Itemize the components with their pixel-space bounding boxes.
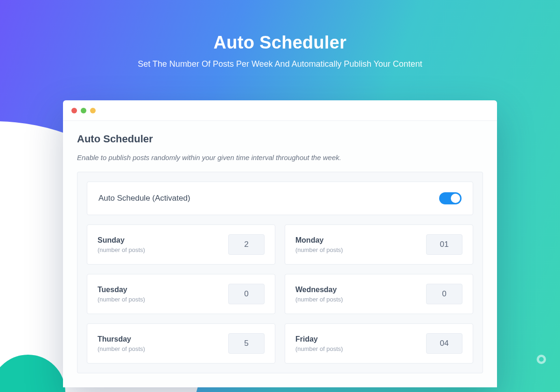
- day-value-input-monday[interactable]: [426, 234, 462, 255]
- day-sublabel: (number of posts): [98, 296, 145, 303]
- toggle-knob-icon: [451, 194, 460, 203]
- day-sublabel: (number of posts): [295, 296, 343, 303]
- day-value-input-sunday[interactable]: [228, 234, 265, 255]
- panel-description: Enable to publish posts randomly within …: [77, 154, 483, 161]
- decor-ring-icon: [537, 355, 546, 364]
- window-close-icon[interactable]: [71, 108, 77, 113]
- day-sublabel: (number of posts): [295, 345, 343, 352]
- day-sublabel: (number of posts): [98, 345, 145, 352]
- day-name: Tuesday: [98, 286, 145, 294]
- day-sublabel: (number of posts): [98, 246, 145, 253]
- window-titlebar: [63, 100, 497, 121]
- day-value-input-wednesday[interactable]: [426, 284, 462, 304]
- hero-subtitle: Set The Number Of Posts Per Week And Aut…: [0, 59, 560, 69]
- day-card-monday: Monday (number of posts): [285, 224, 473, 265]
- day-name: Sunday: [98, 236, 145, 245]
- day-value-input-thursday[interactable]: [228, 333, 265, 354]
- window-minimize-icon[interactable]: [81, 108, 86, 113]
- day-card-wednesday: Wednesday (number of posts): [285, 274, 473, 314]
- day-card-thursday: Thursday (number of posts): [87, 323, 275, 364]
- auto-schedule-toggle[interactable]: [439, 192, 462, 204]
- day-name: Friday: [295, 335, 343, 343]
- day-name: Thursday: [98, 335, 145, 343]
- day-card-tuesday: Tuesday (number of posts): [87, 274, 275, 314]
- panel: Auto Scheduler Enable to publish posts r…: [63, 121, 497, 387]
- settings-box: Auto Schedule (Activated) Sunday (number…: [77, 172, 483, 373]
- hero: Auto Scheduler Set The Number Of Posts P…: [0, 33, 560, 69]
- auto-schedule-toggle-label: Auto Schedule (Activated): [98, 194, 190, 203]
- app-window: Auto Scheduler Enable to publish posts r…: [63, 100, 497, 387]
- panel-title: Auto Scheduler: [77, 133, 483, 145]
- days-grid: Sunday (number of posts) Monday (number …: [87, 224, 473, 364]
- auto-schedule-toggle-card: Auto Schedule (Activated): [87, 182, 473, 215]
- day-name: Wednesday: [295, 286, 343, 294]
- hero-title: Auto Scheduler: [0, 33, 560, 53]
- day-sublabel: (number of posts): [295, 246, 343, 253]
- window-maximize-icon[interactable]: [90, 108, 96, 113]
- day-value-input-friday[interactable]: [426, 333, 462, 354]
- day-card-sunday: Sunday (number of posts): [87, 224, 275, 265]
- day-value-input-tuesday[interactable]: [228, 284, 265, 304]
- day-card-friday: Friday (number of posts): [285, 323, 473, 364]
- day-name: Monday: [295, 236, 343, 245]
